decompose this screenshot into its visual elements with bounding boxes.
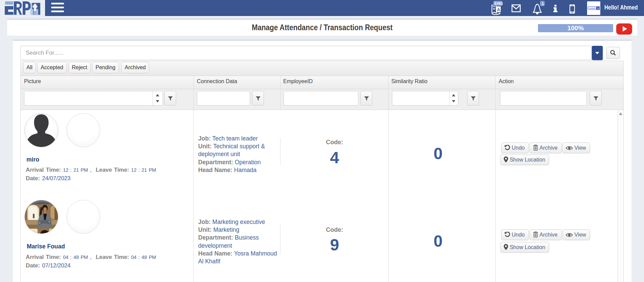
svg-text:S: S <box>597 7 599 10</box>
svg-text:CLOUDSOFT: CLOUDSOFT <box>589 7 596 9</box>
svg-text:1: 1 <box>542 2 544 6</box>
svg-text:A: A <box>497 7 500 12</box>
svg-text:ENG: ENG <box>495 1 503 5</box>
